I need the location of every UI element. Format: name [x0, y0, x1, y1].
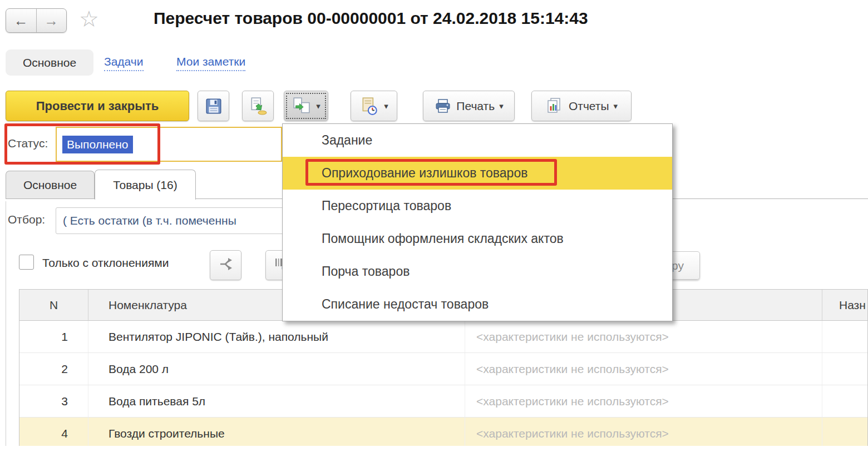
row-characteristic: <характеристики не используются> — [465, 385, 822, 417]
filter-label: Отбор: — [8, 213, 45, 226]
create-based-on-button[interactable]: ▾ — [284, 91, 328, 121]
menu-item-regrading[interactable]: Пересортица товаров — [283, 190, 672, 222]
deviations-checkbox-label: Только с отклонениями — [42, 256, 169, 270]
nav-tab-main[interactable]: Основное — [6, 49, 93, 76]
menu-item-goods-damage[interactable]: Порча товаров — [283, 255, 672, 288]
post-document-button[interactable] — [242, 91, 274, 121]
table-row[interactable]: 2 Вода 200 л <характеристики не использу… — [19, 353, 867, 385]
row-num: 4 — [19, 418, 88, 446]
back-button[interactable]: ← — [6, 9, 37, 32]
row-nomenclature: Гвозди строительные — [88, 418, 465, 446]
reports-label: Отчеты — [569, 100, 609, 113]
row-characteristic: <характеристики не используются> — [465, 321, 822, 352]
nav-link-notes[interactable]: Мои заметки — [176, 55, 245, 71]
forward-button[interactable]: → — [37, 9, 67, 32]
form-left-border — [6, 201, 6, 446]
post-and-close-button[interactable]: Провести и закрыть — [6, 91, 189, 121]
app-window: ← → ☆ Пересчет товаров 00-00000001 от 24… — [0, 0, 868, 457]
doc-tab-goods[interactable]: Товары (16) — [95, 170, 196, 200]
row-nomenclature: Вода питьевая 5л — [88, 385, 465, 417]
create-based-on-menu: Задание Оприходование излишков товаров П… — [282, 123, 673, 321]
table-row[interactable]: 1 Вентилятор JIPONIC (Тайв.), напольный … — [19, 321, 867, 353]
menu-item-warehouse-acts-assistant[interactable]: Помощник оформления складских актов — [283, 222, 672, 255]
print-button[interactable]: Печать ▾ — [423, 91, 515, 121]
share-button[interactable] — [210, 250, 241, 280]
nav-link-tasks[interactable]: Задачи — [104, 55, 144, 71]
row-name — [822, 385, 867, 417]
row-name — [822, 418, 867, 446]
reports-caret-icon: ▾ — [614, 101, 618, 111]
document-clock-icon — [359, 96, 379, 116]
reports-button[interactable]: Отчеты ▾ — [531, 91, 632, 121]
header-num[interactable]: N — [19, 290, 88, 320]
row-nomenclature: Вода 200 л — [88, 353, 465, 385]
history-nav-group: ← → — [6, 8, 67, 33]
row-nomenclature: Вентилятор JIPONIC (Тайв.), напольный — [88, 321, 465, 352]
post-document-icon — [249, 97, 268, 116]
report-chart-icon — [545, 97, 564, 116]
annotation-box-status — [4, 123, 160, 165]
save-floppy-icon — [204, 97, 223, 116]
favorite-star-icon[interactable]: ☆ — [79, 8, 99, 30]
row-num: 1 — [19, 321, 88, 352]
row-name — [822, 321, 867, 352]
row-name — [822, 353, 867, 385]
back-arrow-icon: ← — [14, 12, 28, 29]
annotation-box-menu-item — [305, 159, 557, 186]
schedule-document-button[interactable]: ▾ — [351, 91, 397, 121]
row-characteristic: <характеристики не используются> — [465, 418, 822, 446]
printer-icon — [434, 97, 452, 115]
doc-tab-main[interactable]: Основное — [6, 171, 95, 198]
print-label: Печать — [456, 100, 495, 113]
clipped-button-text: ру — [672, 259, 684, 272]
table-row[interactable]: 3 Вода питьевая 5л <характеристики не ис… — [19, 385, 867, 418]
header-name[interactable]: Назн — [822, 290, 867, 320]
row-characteristic: <характеристики не используются> — [465, 353, 822, 385]
page-title: Пересчет товаров 00-00000001 от 24.02.20… — [154, 9, 588, 28]
create-based-on-caret-icon: ▾ — [316, 101, 320, 111]
menu-item-shortage-writeoff[interactable]: Списание недостач товаров — [283, 288, 672, 321]
row-num: 2 — [19, 353, 88, 385]
share-icon — [218, 256, 234, 275]
menu-item-task[interactable]: Задание — [283, 124, 672, 157]
deviations-checkbox[interactable] — [19, 255, 34, 270]
clipped-button-fragment[interactable]: ру — [669, 251, 700, 280]
print-caret-icon: ▾ — [499, 101, 504, 111]
save-button[interactable] — [198, 91, 229, 121]
schedule-caret-icon: ▾ — [384, 101, 388, 111]
create-based-on-icon — [292, 96, 312, 116]
row-num: 3 — [19, 385, 88, 417]
table-row-highlighted[interactable]: 4 Гвозди строительные <характеристики не… — [19, 418, 867, 446]
forward-arrow-icon: → — [44, 12, 58, 29]
